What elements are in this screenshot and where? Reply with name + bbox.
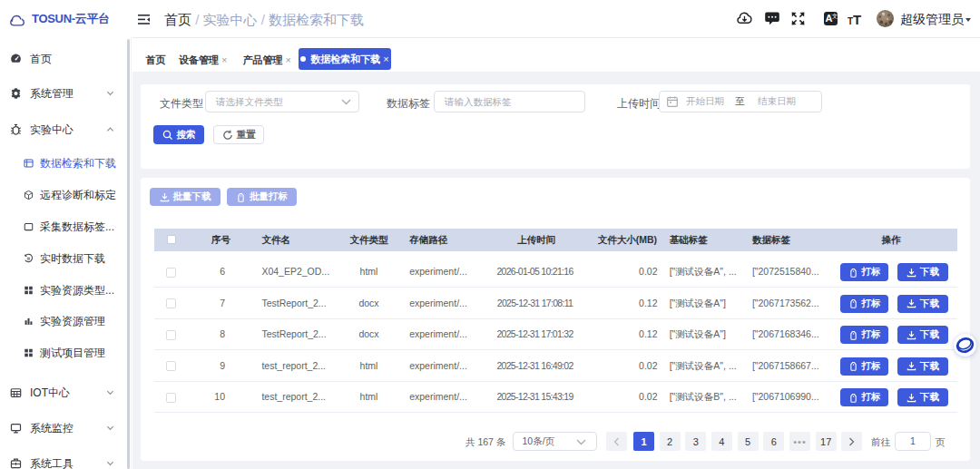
svg-text:文: 文 <box>832 13 838 19</box>
